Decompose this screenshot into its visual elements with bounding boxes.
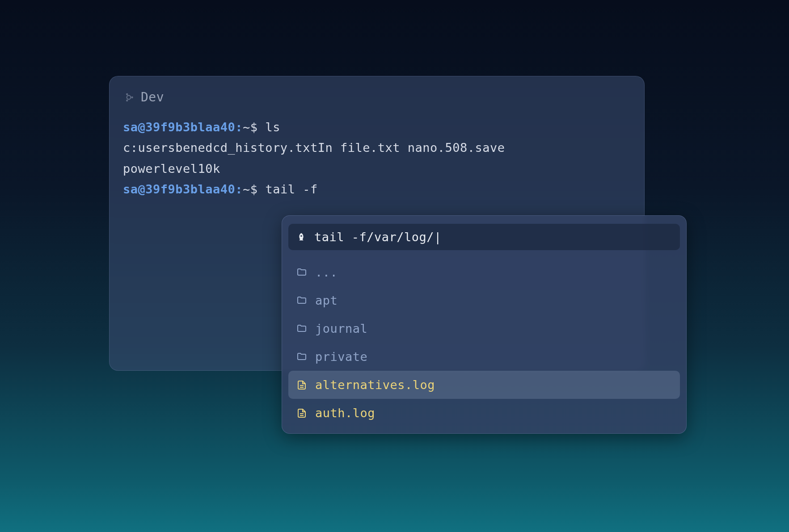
prompt-user: sa@39f9b3blaa40: [123, 120, 243, 134]
svg-point-1 [131, 96, 133, 98]
prompt-user: sa@39f9b3blaa40: [123, 182, 243, 196]
item-label: private [315, 350, 367, 364]
command-text: ls [265, 120, 280, 134]
svg-point-0 [127, 95, 131, 99]
terminal-header: Dev [123, 90, 631, 105]
autocomplete-item-alternatives-log[interactable]: alternatives.log [288, 371, 680, 399]
autocomplete-input[interactable]: tail -f/var/log/| [288, 224, 680, 250]
terminal-title: Dev [141, 90, 164, 105]
item-label: auth.log [315, 406, 375, 420]
svg-point-2 [126, 93, 128, 95]
file-icon [296, 408, 307, 419]
terminal-output: c:usersbenedcd_history.txtIn file.txt na… [123, 138, 631, 158]
item-label: apt [315, 293, 338, 307]
autocomplete-item-apt[interactable]: apt [288, 286, 680, 314]
autocomplete-item-auth-log[interactable]: auth.log [288, 399, 680, 427]
autocomplete-item-journal[interactable]: journal [288, 314, 680, 343]
folder-icon [296, 295, 307, 306]
item-label: journal [315, 322, 367, 335]
autocomplete-panel: tail -f/var/log/| ... apt journal privat… [282, 215, 687, 434]
terminal-body[interactable]: sa@39f9b3blaa40:~$ ls c:usersbenedcd_his… [123, 117, 631, 200]
terminal-line: sa@39f9b3blaa40:~$ ls [123, 117, 631, 138]
autocomplete-item-private[interactable]: private [288, 343, 680, 371]
svg-point-3 [126, 99, 128, 101]
terminal-line: sa@39f9b3blaa40:~$ tail -f [123, 179, 631, 200]
item-label: ... [315, 265, 338, 279]
command-text: tail -f [265, 182, 317, 196]
item-label: alternatives.log [315, 378, 435, 392]
folder-icon [296, 267, 307, 278]
folder-icon [296, 352, 307, 362]
folder-icon [296, 323, 307, 334]
terminal-output: powerlevel10k [123, 159, 631, 179]
prompt-path: ~$ [243, 182, 265, 196]
prompt-path: ~$ [243, 120, 265, 134]
svg-point-4 [300, 235, 302, 237]
ubuntu-icon [123, 92, 135, 103]
autocomplete-input-text: tail -f/var/log/| [314, 230, 442, 244]
autocomplete-item-parent[interactable]: ... [288, 258, 680, 286]
file-icon [296, 380, 307, 390]
rocket-icon [296, 232, 306, 242]
autocomplete-list: ... apt journal private [288, 258, 680, 427]
